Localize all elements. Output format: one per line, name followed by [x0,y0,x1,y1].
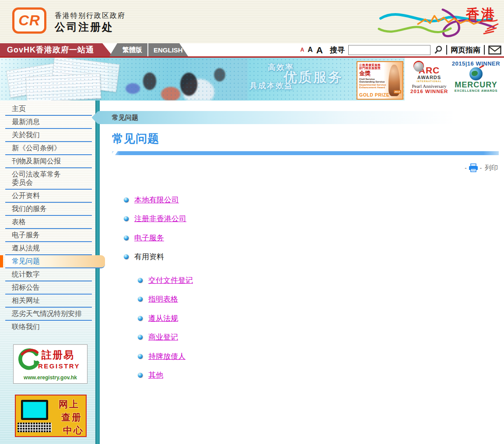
sidebar-item-weather[interactable]: 恶劣天气情况特别安排 [5,308,92,321]
cr-logo[interactable]: CR [12,7,46,34]
font-size-small-button[interactable]: A [301,47,304,52]
faq-link-eservices[interactable]: 电子服务 [134,233,164,243]
search-centre-line2: 查册 [61,411,82,423]
font-size-large-button[interactable]: A [316,45,323,55]
faq-sublink-others[interactable]: 其他 [148,370,163,380]
title-underline-bar [112,151,499,155]
govhk-banner[interactable]: GovHK香港政府一站通 [0,43,113,56]
search-input[interactable] [348,45,430,55]
sidebar: 主页 最新消息 关於我们 新《公司条例》 刊物及新闻公报 公司法改革常务 委员会… [0,101,100,444]
slogan-cost: 具成本效益 [249,80,293,91]
bullet-icon [124,198,129,202]
eregistry-en: REGISTRY [38,362,80,370]
breadcrumb: 常见问题 [95,111,504,124]
eregistry-badge[interactable]: 註册易 REGISTRY www.eregistry.gov.hk [13,344,88,384]
mail-icon[interactable] [488,45,501,55]
faq-link-local-companies[interactable]: 本地有限公司 [134,195,179,205]
page: CR 香港特别行政区政府 公司注册处 香港 GovHK香港政府一站通 繁體版 E… [0,0,504,444]
sidebar-item-contact[interactable]: 联络我们 [5,321,92,333]
sidebar-item-public-info[interactable]: 公开资料 [5,190,92,203]
arc-international: INTERNATIONAL [410,80,448,83]
list-item: 持牌放债人 [138,350,193,362]
site-header: CR 香港特别行政区政府 公司注册处 香港 [0,0,504,43]
list-item: 交付文件登记 [138,274,193,286]
sidebar-item-compliance[interactable]: 遵从法规 [5,242,92,255]
sidebar-item-eservices[interactable]: 电子服务 [5,229,92,242]
computer-icon [21,400,48,420]
sitemap-link[interactable]: 网页指南 [451,45,480,55]
sidebar-item-ordinance[interactable]: 新《公司条例》 [5,142,92,155]
search-icon[interactable] [434,45,443,54]
award-gold-prize: 公務員優質服務 部門精進服務獎 金獎 Civil Service Outstan… [357,61,403,100]
slogan-quality: 优质服务 [284,68,343,87]
office-photo [108,58,248,101]
bullet-icon [138,373,143,378]
control-separator [484,45,485,55]
mercury-subtitle: EXCELLENCE AWARDS [450,89,502,93]
brand-hongkong: 香港 [377,1,502,43]
award-gold-cn1: 公務員優質服務 [359,63,388,66]
sidebar-item-tender[interactable]: 招标公告 [5,281,92,295]
language-tabs: 繁體版 ENGLISH [109,43,188,56]
sidebar-item-home[interactable]: 主页 [5,103,92,116]
font-size-medium-button[interactable]: A [308,46,313,53]
list-item: 商业登记 [138,332,193,343]
bullet-icon [138,297,143,302]
search-centre-line3: 中心 [63,424,84,437]
mercury-name: MERCURY [450,81,502,89]
bullet-icon [138,278,143,283]
award-gold-en4: Enhancement Award [359,86,388,89]
slogan-efficiency: 高效率 [268,62,294,73]
eregistry-logo-icon [15,347,41,370]
faq-sublink-list: 交付文件登记 指明表格 遵从法规 商业登记 持牌放债人 其他 [138,274,193,388]
trophy-year: 2015 [394,90,401,94]
government-line: 香港特别行政区政府 [55,11,126,21]
faq-link-list: 本地有限公司 注册非香港公司 电子服务 有用资料 [124,194,186,270]
list-item: 其他 [138,370,193,381]
bullet-icon [124,216,129,221]
faq-sublink-compliance[interactable]: 遵从法规 [148,313,178,323]
bullet-icon [138,335,143,340]
sidebar-item-statistics[interactable]: 统计数字 [5,268,92,281]
search-centre-line1: 网上 [59,398,80,410]
sidebar-item-links[interactable]: 相关网址 [5,295,92,308]
award-gold-cn2: 部門精進服務獎 [359,66,388,69]
banner: 高效率 优质服务 具成本效益 公務員優質服務 部門精進服務獎 金獎 Civil … [0,58,504,101]
faq-sublink-money-lenders[interactable]: 持牌放债人 [148,351,186,361]
list-item: 遵从法规 [138,312,193,324]
printer-icon [468,163,479,172]
arc-anniversary: Pearl Anniversary [410,83,448,89]
faq-sublink-specified-forms[interactable]: 指明表格 [148,294,178,304]
faq-sublink-business-registration[interactable]: 商业登记 [148,332,178,342]
faq-sublink-registration-documents[interactable]: 交付文件登记 [148,275,193,285]
arc-pearl-icon [414,62,424,72]
govhk-label: GovHK香港政府一站通 [0,45,94,55]
award-gold-en3: Departmental Service [359,83,388,87]
list-item: 指明表格 [138,294,193,305]
faq-group-useful-info: 有用资料 [134,252,164,262]
print-label: 列印 [485,164,498,172]
lang-english-link[interactable]: ENGLISH [148,46,188,54]
faq-link-non-hk-companies[interactable]: 注册非香港公司 [134,214,186,224]
print-button[interactable]: - - 列印 [465,163,498,172]
banner-photo: 高效率 优质服务 具成本效益 [0,58,405,101]
online-search-centre-badge[interactable]: 网上 查册 中心 [15,395,87,437]
sidebar-item-publications[interactable]: 刊物及新闻公报 [5,155,92,168]
print-dash: - [480,165,482,171]
eregistry-cn: 註册易 [42,348,74,362]
sidebar-item-sclr[interactable]: 公司法改革常务 委员会 [5,168,92,190]
mercury-winner: 2015|16 WINNER [450,60,502,67]
bullet-icon [124,254,129,259]
sidebar-item-services[interactable]: 我们的服务 [5,203,92,216]
list-item: 本地有限公司 [124,194,186,205]
award-gold-en1: Civil Service [359,78,388,81]
brand-hk-wordmark: 香港 [466,5,497,24]
sidebar-item-about[interactable]: 关於我们 [5,129,92,142]
list-item: 注册非香港公司 [124,213,186,225]
certificate-image [51,58,120,92]
sidebar-item-faq-active[interactable]: 常见问题 [5,255,105,268]
sidebar-item-news[interactable]: 最新消息 [5,116,92,129]
lang-traditional-link[interactable]: 繁體版 [109,46,147,54]
keyboard-icon [18,423,52,432]
sidebar-item-forms[interactable]: 表格 [5,216,92,229]
